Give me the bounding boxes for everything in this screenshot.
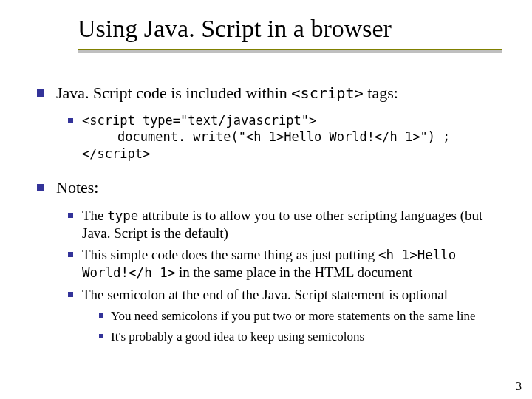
- code-block: <script type="text/javascript"> document…: [82, 112, 450, 163]
- slide: Using Java. Script in a browser Java. Sc…: [0, 0, 532, 399]
- bullet-text: You need semicolons if you put two or mo…: [111, 308, 476, 324]
- inline-code: <script>: [291, 84, 363, 102]
- text: attribute is to allow you to use other s…: [82, 208, 482, 241]
- square-bullet-icon: [68, 213, 73, 218]
- bullet-level3: It's probably a good idea to keep using …: [99, 329, 502, 345]
- bullet-text: Java. Script code is included within <sc…: [56, 83, 398, 103]
- square-bullet-icon: [37, 89, 44, 97]
- text: Java. Script code is included within: [56, 83, 291, 102]
- square-bullet-icon: [99, 334, 103, 338]
- bullet-text: The semicolon at the end of the Java. Sc…: [82, 286, 448, 304]
- text: The: [82, 208, 107, 223]
- bullet-text: Notes:: [56, 177, 98, 198]
- bullet-text: It's probably a good idea to keep using …: [111, 329, 364, 345]
- square-bullet-icon: [68, 252, 73, 257]
- inline-code: type: [107, 208, 138, 223]
- text: tags:: [364, 83, 398, 102]
- square-bullet-icon: [68, 292, 73, 297]
- code-line: <script type="text/javascript">: [82, 112, 450, 129]
- code-line: </script>: [82, 146, 450, 163]
- text: This simple code does the same thing as …: [82, 247, 378, 262]
- bullet-level1: Java. Script code is included within <sc…: [37, 83, 502, 103]
- bullet-level2: The semicolon at the end of the Java. Sc…: [68, 286, 502, 304]
- bullet-text: The type attribute is to allow you to us…: [82, 207, 502, 242]
- bullet-level2: The type attribute is to allow you to us…: [68, 207, 502, 242]
- square-bullet-icon: [99, 313, 103, 318]
- square-bullet-icon: [37, 184, 44, 191]
- square-bullet-icon: [68, 118, 73, 123]
- bullet-level2-code: <script type="text/javascript"> document…: [68, 112, 502, 163]
- bullet-level1: Notes:: [37, 177, 502, 198]
- content-area: Java. Script code is included within <sc…: [37, 83, 502, 345]
- page-number: 3: [516, 380, 522, 393]
- code-line: document. write("<h 1>Hello World!</h 1>…: [82, 129, 450, 146]
- bullet-level3: You need semicolons if you put two or mo…: [99, 308, 502, 324]
- title-block: Using Java. Script in a browser: [78, 15, 502, 53]
- text: in the same place in the HTML document: [175, 265, 412, 280]
- bullet-text: This simple code does the same thing as …: [82, 246, 502, 282]
- title-shadow: [78, 50, 502, 53]
- slide-title: Using Java. Script in a browser: [78, 15, 502, 47]
- bullet-level2: This simple code does the same thing as …: [68, 246, 502, 282]
